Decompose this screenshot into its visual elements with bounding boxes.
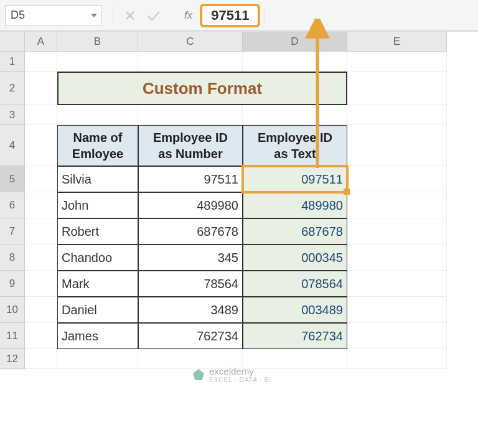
table-cell-text[interactable]: 078564	[243, 271, 347, 297]
cell[interactable]	[347, 297, 447, 323]
enter-icon[interactable]	[147, 10, 161, 21]
table-header-id-text[interactable]: Employee ID as Text	[243, 125, 347, 166]
table-header-id-num[interactable]: Employee ID as Number	[138, 125, 243, 166]
cell[interactable]	[347, 166, 447, 192]
divider	[113, 7, 113, 24]
selected-cell-D5[interactable]: 097511	[243, 166, 347, 192]
cell[interactable]	[347, 245, 447, 271]
cell[interactable]	[25, 349, 57, 369]
row-header-5[interactable]: 5	[0, 166, 25, 192]
table-cell-num[interactable]: 489980	[138, 192, 243, 218]
cell[interactable]	[25, 125, 57, 166]
table-cell-text[interactable]: 000345	[243, 245, 347, 271]
table-cell-name[interactable]: Mark	[57, 271, 138, 297]
row-header-3[interactable]: 3	[0, 105, 25, 125]
formula-bar-icons: fx	[113, 7, 200, 24]
table-cell-name[interactable]: James	[57, 323, 138, 349]
table-cell-name[interactable]: Chandoo	[57, 245, 138, 271]
table-cell-num[interactable]: 3489	[138, 297, 243, 323]
cell[interactable]	[347, 105, 447, 125]
chevron-down-icon[interactable]	[91, 14, 97, 17]
cell[interactable]	[243, 52, 347, 72]
table-cell-text[interactable]: 687678	[243, 218, 347, 245]
name-box[interactable]: D5	[5, 5, 101, 26]
table-cell-name[interactable]: Daniel	[57, 297, 138, 323]
watermark: exceldemy EXCEL · DATA · BI	[193, 366, 271, 383]
col-header-E[interactable]: E	[347, 32, 447, 52]
title-cell[interactable]: Custom Format	[57, 72, 347, 105]
cell[interactable]	[138, 52, 243, 72]
cell[interactable]	[347, 323, 447, 349]
table-cell-num[interactable]: 345	[138, 245, 243, 271]
cell[interactable]	[347, 192, 447, 218]
fx-icon[interactable]: fx	[184, 9, 192, 22]
row-header-1[interactable]: 1	[0, 52, 25, 72]
cell[interactable]	[25, 218, 57, 245]
cell[interactable]	[138, 105, 243, 125]
row-header-11[interactable]: 11	[0, 323, 25, 349]
row-header-4[interactable]: 4	[0, 125, 25, 166]
table-cell-text[interactable]: 489980	[243, 192, 347, 218]
cell[interactable]	[347, 72, 447, 105]
cell[interactable]	[57, 105, 138, 125]
cell[interactable]	[25, 166, 57, 192]
cell[interactable]	[25, 192, 57, 218]
cell[interactable]	[347, 52, 447, 72]
select-all-corner[interactable]	[0, 32, 25, 52]
logo-icon	[193, 369, 204, 380]
cell[interactable]	[347, 349, 447, 369]
cell[interactable]	[57, 349, 138, 369]
cell[interactable]	[25, 271, 57, 297]
cancel-icon[interactable]	[124, 10, 136, 21]
table-header-name[interactable]: Name of Emloyee	[57, 125, 138, 166]
row-header-7[interactable]: 7	[0, 218, 25, 245]
name-box-value: D5	[11, 9, 25, 22]
watermark-brand: exceldemy	[209, 366, 271, 376]
table-cell-name[interactable]: John	[57, 192, 138, 218]
table-cell-name[interactable]: Silvia	[57, 166, 138, 192]
cell[interactable]	[347, 125, 447, 166]
cell[interactable]	[25, 323, 57, 349]
cell[interactable]	[25, 52, 57, 72]
col-header-C[interactable]: C	[138, 32, 243, 52]
table-cell-num[interactable]: 687678	[138, 218, 243, 245]
cell[interactable]	[243, 105, 347, 125]
cell[interactable]	[25, 245, 57, 271]
table-cell-num[interactable]: 762734	[138, 323, 243, 349]
watermark-sub: EXCEL · DATA · BI	[209, 376, 271, 383]
formula-bar: D5 fx 97511	[0, 0, 478, 31]
table-cell-text[interactable]: 003489	[243, 297, 347, 323]
cell[interactable]	[57, 52, 138, 72]
cell[interactable]	[25, 72, 57, 105]
row-header-10[interactable]: 10	[0, 297, 25, 323]
col-header-B[interactable]: B	[57, 32, 138, 52]
table-cell-num[interactable]: 97511	[138, 166, 243, 192]
formula-input-wrap[interactable]: 97511	[200, 4, 260, 27]
cell[interactable]	[25, 297, 57, 323]
col-header-D[interactable]: D	[243, 32, 347, 52]
col-header-A[interactable]: A	[25, 32, 57, 52]
row-header-6[interactable]: 6	[0, 192, 25, 218]
formula-value-highlight: 97511	[200, 4, 260, 27]
spreadsheet-grid: A B C D E 1 2 Custom Format 3 4 Name of …	[0, 31, 478, 369]
table-cell-name[interactable]: Robert	[57, 218, 138, 245]
row-header-2[interactable]: 2	[0, 72, 25, 105]
table-cell-text[interactable]: 762734	[243, 323, 347, 349]
row-header-9[interactable]: 9	[0, 271, 25, 297]
table-cell-num[interactable]: 78564	[138, 271, 243, 297]
row-header-8[interactable]: 8	[0, 245, 25, 271]
row-header-12[interactable]: 12	[0, 349, 25, 369]
cell[interactable]	[25, 105, 57, 125]
cell[interactable]	[347, 271, 447, 297]
cell[interactable]	[347, 218, 447, 245]
